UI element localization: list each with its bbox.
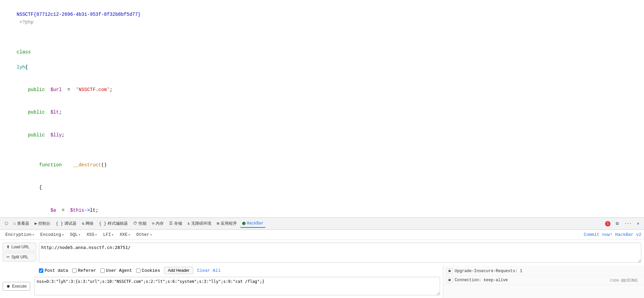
code-lt: public $lt;	[5, 101, 639, 124]
menu-encryption[interactable]: Encryption ▾	[3, 231, 37, 238]
menu-xxe[interactable]: XXE ▾	[117, 231, 133, 238]
split-url-button[interactable]: ✂ Split URL	[3, 253, 36, 261]
referer-checkbox[interactable]	[72, 268, 76, 273]
user-agent-checkbox-label[interactable]: User Agent	[100, 268, 132, 273]
devtools-storage-btn[interactable]: ☰ 存储	[167, 219, 184, 228]
footer-credit: CSDN @妙尻璃机	[610, 278, 641, 283]
network-icon: ⇅	[82, 221, 84, 226]
sql-arrow-icon: ▾	[78, 233, 80, 237]
style-editor-icon: { }	[99, 221, 106, 226]
devtools-debugger-btn[interactable]: { } 调试器	[54, 219, 78, 228]
code-class: class lyh{	[5, 41, 639, 79]
hackbar-action-buttons: ⬆ Load URL ✂ Split URL	[3, 243, 36, 261]
memory-icon: ⊙	[152, 221, 154, 226]
hackbar-post-data-row: ⏺ Execute	[0, 275, 443, 298]
console-icon: ▶	[35, 221, 37, 226]
hackbar-menu: Encryption ▾ Encoding ▾ SQL ▾ XSS ▾ LFI …	[0, 230, 644, 240]
code-title: NSSCTF{87712c12-2696-4b31-953f-8f32b8bf5…	[5, 3, 639, 34]
header-row-1: H Connection: keep-alive CSDN @妙尻璃机	[443, 276, 644, 285]
hackbar-dot-icon	[242, 222, 246, 225]
header-value-0: Upgrade-Insecure-Requests: 1	[455, 269, 523, 273]
xxe-arrow-icon: ▾	[128, 233, 130, 237]
load-url-button[interactable]: ⬆ Load URL	[3, 243, 36, 251]
inspector-icon: ☐	[13, 221, 16, 226]
cursor-icon: ⬡	[5, 221, 8, 226]
hackbar-url-row: ⬆ Load URL ✂ Split URL	[0, 240, 644, 265]
menu-xss[interactable]: XSS ▾	[84, 231, 100, 238]
dock-icon: ⧉	[616, 221, 619, 226]
storage-icon: ☰	[169, 221, 173, 226]
header-h-badge-0: H	[446, 268, 453, 274]
code-function: function __destruct()	[5, 154, 639, 176]
header-h-badge-1: H	[446, 278, 453, 283]
devtools-console-btn[interactable]: ▶ 控制台	[33, 219, 52, 228]
notification-badge: 1	[605, 221, 610, 226]
clear-all-link[interactable]: Clear All	[197, 268, 221, 273]
load-icon: ⬆	[6, 245, 10, 249]
devtools-close-btn[interactable]: ✕	[635, 220, 641, 227]
menu-sql[interactable]: SQL ▾	[67, 231, 83, 238]
devtools-network-btn[interactable]: ⇅ 网络	[80, 219, 96, 228]
lfi-arrow-icon: ▾	[112, 233, 114, 237]
header-value-1: Connection: keep-alive	[455, 278, 508, 283]
code-display: NSSCTF{87712c12-2696-4b31-953f-8f32b8bf5…	[0, 0, 644, 217]
encryption-arrow-icon: ▾	[32, 233, 34, 237]
menu-lfi[interactable]: LFI ▾	[100, 231, 116, 238]
add-header-button[interactable]: Add Header	[164, 267, 193, 274]
debugger-icon: { }	[56, 221, 63, 226]
code-blank2	[5, 146, 639, 154]
devtools-notification-btn[interactable]: 1	[603, 220, 612, 228]
split-icon: ✂	[6, 255, 10, 259]
lower-section: Post data Referer User Agent Cookies A	[0, 265, 644, 298]
xss-arrow-icon: ▾	[95, 233, 97, 237]
devtools-bar: ⬡ ☐ 查看器 ▶ 控制台 { } 调试器 ⇅ 网络 { } 样式编辑器 ⏱ 性…	[0, 217, 644, 229]
code-lly: public $lly;	[5, 124, 639, 146]
code-a-assign: $a = $this->lt;	[5, 199, 639, 217]
post-data-checkbox[interactable]	[39, 268, 43, 273]
devtools-more-btn[interactable]: ···	[622, 220, 634, 227]
devtools-hackbar-btn[interactable]: HackBar	[240, 220, 266, 228]
user-agent-checkbox[interactable]	[100, 268, 105, 273]
devtools-style-editor-btn[interactable]: { } 样式编辑器	[97, 219, 130, 228]
post-and-headers: Post data Referer User Agent Cookies A	[0, 265, 644, 298]
other-arrow-icon: ▾	[150, 233, 152, 237]
encoding-arrow-icon: ▾	[62, 233, 64, 237]
devtools-accessibility-btn[interactable]: ♿ 无障碍环境	[185, 219, 213, 228]
menu-other[interactable]: Other ▾	[133, 231, 155, 238]
application-icon: ⊞	[217, 221, 219, 226]
devtools-performance-btn[interactable]: ⏱ 性能	[131, 219, 149, 228]
devtools-cursor-btn[interactable]: ⬡	[3, 220, 10, 227]
devtools-dock-btn[interactable]: ⧉	[614, 220, 621, 227]
headers-panel: H Upgrade-Insecure-Requests: 1 H Connect…	[443, 265, 644, 298]
code-brace-open: {	[5, 176, 639, 199]
post-data-checkbox-label[interactable]: Post data	[39, 268, 68, 273]
accessibility-icon: ♿	[187, 221, 190, 226]
close-icon: ✕	[637, 221, 639, 226]
devtools-inspector-btn[interactable]: ☐ 查看器	[11, 219, 31, 228]
performance-icon: ⏱	[133, 221, 137, 226]
menu-encoding[interactable]: Encoding ▾	[38, 231, 66, 238]
hackbar-panel: Encryption ▾ Encoding ▾ SQL ▾ XSS ▾ LFI …	[0, 229, 644, 298]
code-blank1	[5, 34, 639, 41]
devtools-application-btn[interactable]: ⊞ 应用程序	[215, 219, 238, 228]
execute-icon: ⏺	[6, 284, 10, 289]
code-url: public $url = 'NSSCTF.com';	[5, 79, 639, 101]
devtools-memory-btn[interactable]: ⊙ 内存	[150, 219, 166, 228]
cookies-checkbox[interactable]	[136, 268, 141, 273]
referer-checkbox-label[interactable]: Referer	[72, 268, 96, 273]
hackbar-post-row: Post data Referer User Agent Cookies A	[0, 265, 443, 275]
header-row-0: H Upgrade-Insecure-Requests: 1	[443, 267, 644, 276]
cookies-checkbox-label[interactable]: Cookies	[136, 268, 160, 273]
post-area: Post data Referer User Agent Cookies A	[0, 265, 443, 298]
execute-button[interactable]: ⏺ Execute	[3, 282, 30, 291]
url-input[interactable]	[39, 243, 641, 263]
commit-button[interactable]: Commit now! HackBar v2	[584, 232, 641, 237]
post-data-input[interactable]	[34, 277, 440, 295]
